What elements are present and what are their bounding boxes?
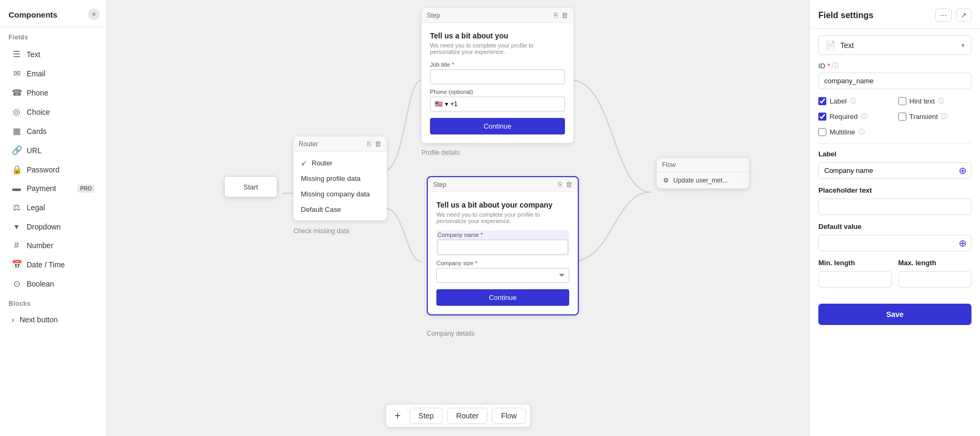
default-input-wrap: ⊕ xyxy=(818,235,971,251)
save-button[interactable]: Save xyxy=(818,304,971,325)
add-node-button[interactable]: + xyxy=(390,408,405,423)
multiline-checkbox[interactable] xyxy=(818,128,826,136)
min-length-input[interactable] xyxy=(818,271,892,288)
label-checkbox-row[interactable]: Label ⓘ xyxy=(818,97,892,106)
company-copy-icon[interactable]: ⎘ xyxy=(558,180,562,188)
url-icon: 🔗 xyxy=(12,145,21,155)
company-header-label: Step xyxy=(433,181,447,188)
required-checkbox-row[interactable]: Required ⓘ xyxy=(818,112,892,121)
router-menu-item-default-case[interactable]: Default Case xyxy=(293,202,387,217)
flow-item[interactable]: ⚙ Update user_met... xyxy=(657,172,749,188)
sidebar-item-label: Payment xyxy=(27,184,72,193)
step-button[interactable]: Step xyxy=(409,408,443,424)
router-menu-item-router[interactable]: ↙ Router xyxy=(293,155,387,171)
sidebar-item-label: Password xyxy=(27,165,94,174)
sidebar-item-password[interactable]: 🔒 Password xyxy=(3,160,103,179)
company-size-select[interactable] xyxy=(436,268,569,283)
panel-more-button[interactable]: ⋯ xyxy=(935,9,952,22)
sidebar-item-text[interactable]: ☰ Text xyxy=(3,45,103,64)
label-checkbox[interactable] xyxy=(818,97,826,105)
sidebar-title: Components xyxy=(9,10,58,19)
phone-input[interactable]: 🇺🇸 ▾ +1 xyxy=(430,97,565,112)
router-menu-item-missing-company[interactable]: Missing company data xyxy=(293,186,387,202)
sidebar-item-cards[interactable]: ▦ Cards xyxy=(3,122,103,140)
company-continue-button[interactable]: Continue xyxy=(436,289,569,306)
field-type-chevron-icon: ▾ xyxy=(961,42,965,49)
sidebar-item-label: Number xyxy=(27,241,94,250)
company-delete-icon[interactable]: 🗑 xyxy=(565,180,572,188)
router-menu-item-missing-profile[interactable]: Missing profile data xyxy=(293,171,387,186)
company-footer: Company details xyxy=(427,327,474,337)
max-length-input[interactable] xyxy=(898,271,972,288)
sidebar-item-legal[interactable]: ⚖ Legal xyxy=(3,198,103,217)
profile-copy-icon[interactable]: ⎘ xyxy=(554,11,558,19)
profile-header-label: Step xyxy=(427,12,440,19)
flow-node-header: Flow xyxy=(657,158,749,172)
sidebar-item-next-button[interactable]: › Next button xyxy=(3,311,103,328)
label-input[interactable] xyxy=(819,163,954,178)
sidebar-item-label: Date / Time xyxy=(27,260,94,269)
right-panel-title: Field settings xyxy=(818,11,873,20)
router-button[interactable]: Router xyxy=(447,408,488,424)
profile-continue-button[interactable]: Continue xyxy=(430,118,565,134)
pro-badge: PRO xyxy=(77,185,94,193)
id-input[interactable] xyxy=(818,73,971,89)
transient-checkbox-row[interactable]: Transient ⓘ xyxy=(898,112,972,121)
company-required: * xyxy=(481,232,483,238)
label-add-button[interactable]: ⊕ xyxy=(954,165,971,177)
dropdown-chevron-icon: ▾ xyxy=(445,100,448,108)
multiline-checkbox-row[interactable]: Multiline ⓘ xyxy=(818,128,892,137)
placeholder-input[interactable] xyxy=(818,199,971,215)
router-footer-label: Check missing data xyxy=(293,224,349,235)
multiline-info-icon: ⓘ xyxy=(858,128,865,137)
start-node[interactable]: Start xyxy=(224,176,277,197)
field-type-selector[interactable]: 📄 Text ▾ xyxy=(818,35,971,55)
hint-text-checkbox[interactable] xyxy=(898,97,906,105)
router-node-header: Router ⎘ 🗑 xyxy=(293,137,387,152)
min-max-length-wrap: Min. length Max. length xyxy=(818,259,971,288)
choice-icon: ◎ xyxy=(12,107,21,117)
sidebar-item-label: Legal xyxy=(27,203,94,212)
close-sidebar-button[interactable]: × xyxy=(88,9,100,20)
job-title-input[interactable] xyxy=(430,69,565,84)
phone-prefix: +1 xyxy=(450,100,458,108)
sidebar-item-url[interactable]: 🔗 URL xyxy=(3,141,103,160)
hint-text-checkbox-row[interactable]: Hint text ⓘ xyxy=(898,97,972,106)
sidebar-item-payment[interactable]: ▬ Payment PRO xyxy=(3,179,103,197)
label-checkbox-label: Label xyxy=(830,97,847,105)
router-node: Router ⎘ 🗑 ↙ Router Missing profile data… xyxy=(293,137,387,220)
flow-button[interactable]: Flow xyxy=(492,408,526,424)
profile-card: Tell us a bit about you We need you to c… xyxy=(421,23,573,143)
router-delete-icon[interactable]: 🗑 xyxy=(375,140,381,148)
cards-icon: ▦ xyxy=(12,126,21,136)
step-profile-node: Step ⎘ 🗑 Tell us a bit about you We need… xyxy=(421,8,573,143)
company-name-input[interactable] xyxy=(437,240,568,255)
sidebar-item-number[interactable]: # Number xyxy=(3,236,103,255)
sidebar-item-phone[interactable]: ☎ Phone xyxy=(3,83,103,102)
required-label: Required xyxy=(830,113,858,121)
panel-expand-button[interactable]: ↗ xyxy=(956,9,971,22)
sidebar-item-date-time[interactable]: 📅 Date / Time xyxy=(3,255,103,274)
sidebar-item-label: Cards xyxy=(27,127,94,136)
dropdown-icon: ▾ xyxy=(12,221,21,232)
transient-checkbox[interactable] xyxy=(898,113,906,121)
panel-header-actions: ⋯ ↗ xyxy=(935,9,971,22)
flow-header-label: Flow xyxy=(662,161,675,169)
default-input[interactable] xyxy=(819,235,954,251)
company-size-required: * xyxy=(475,260,477,266)
sidebar-item-choice[interactable]: ◎ Choice xyxy=(3,102,103,121)
sidebar-item-boolean[interactable]: ⊙ Boolean xyxy=(3,274,103,293)
router-menu-label: Default Case xyxy=(301,205,341,213)
sidebar-item-email[interactable]: ✉ Email xyxy=(3,64,103,83)
max-length-wrap: Max. length xyxy=(898,259,972,288)
legal-icon: ⚖ xyxy=(12,202,21,212)
company-name-label: Company name * xyxy=(437,232,568,238)
label-section-label: Label xyxy=(818,150,971,158)
flow-item-label: Update user_met... xyxy=(673,177,728,184)
sidebar-item-dropdown[interactable]: ▾ Dropdown xyxy=(3,217,103,236)
canvas[interactable]: Start Router ⎘ 🗑 ↙ Router Missing profil… xyxy=(107,0,809,436)
router-copy-icon[interactable]: ⎘ xyxy=(367,140,371,148)
required-checkbox[interactable] xyxy=(818,113,826,121)
default-add-button[interactable]: ⊕ xyxy=(954,237,971,249)
profile-delete-icon[interactable]: 🗑 xyxy=(561,11,568,19)
